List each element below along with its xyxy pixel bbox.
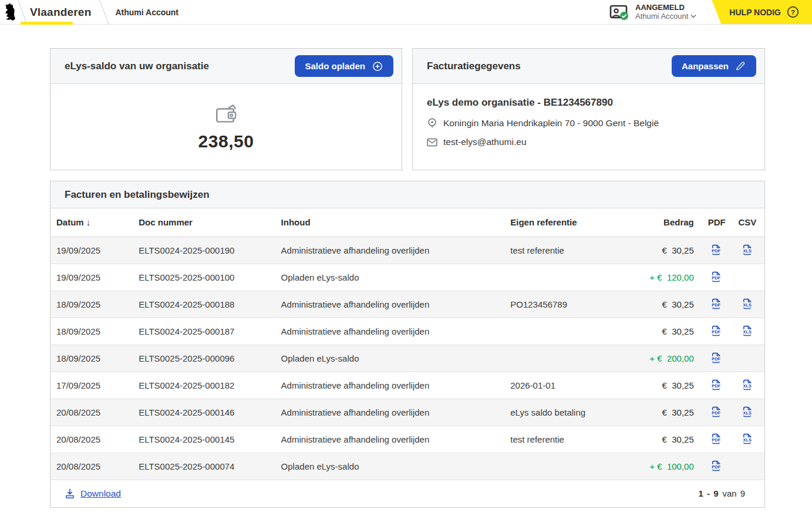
table-row: 20/08/2025 ELTS0025-2025-000074 Opladen … — [50, 453, 764, 480]
cell-reference: 2026-01-01 — [504, 372, 636, 399]
balance-amount: 238,50 — [198, 131, 254, 151]
cell-doc-number: ELTS0024-2025-000145 — [133, 426, 275, 453]
cell-amount: € 30,25 — [636, 291, 702, 318]
user-menu[interactable]: AANGEMELD Athumi Account — [609, 0, 696, 24]
cell-doc-number: ELTS0024-2025-000187 — [133, 318, 275, 345]
global-header: Vlaanderen Athumi Account AANGEMELD Athu… — [0, 0, 812, 25]
cell-amount: + € 100,00 — [636, 453, 702, 480]
pdf-download-icon[interactable]: PDF — [710, 432, 722, 445]
cell-content: Opladen eLys-saldo — [275, 453, 505, 480]
svg-text:PDF: PDF — [712, 302, 721, 307]
login-account-label: Athumi Account — [635, 12, 688, 21]
pdf-download-icon[interactable]: PDF — [710, 297, 722, 310]
pdf-download-icon[interactable]: PDF — [710, 243, 722, 256]
cell-content: Administratieve afhandeling overlijden — [275, 426, 505, 453]
download-label: Download — [80, 488, 121, 499]
svg-text:PDF: PDF — [712, 329, 721, 334]
balance-card: eLys-saldo van uw organisatie Saldo opla… — [50, 48, 402, 170]
cell-content: Administratieve afhandeling overlijden — [275, 237, 505, 264]
pagination-of-label: van — [722, 488, 736, 498]
login-status-label: AANGEMELD — [635, 4, 696, 12]
svg-text:PDF: PDF — [712, 464, 721, 469]
cell-doc-number: ELTS0024-2025-000188 — [133, 291, 275, 318]
pagination-range: 1 - 9 — [698, 488, 719, 498]
invoices-section: Facturen en betalingsbewijzen Datum↓ Doc… — [50, 181, 765, 508]
cell-content: Administratieve afhandeling overlijden — [275, 399, 505, 426]
xls-download-icon[interactable]: XLS — [741, 378, 753, 391]
cell-content: Opladen eLys-saldo — [275, 345, 505, 372]
table-row: 19/09/2025 ELTS0024-2025-000190 Administ… — [50, 237, 764, 264]
table-row: 17/09/2025 ELTS0024-2025-000182 Administ… — [50, 372, 764, 399]
cell-reference — [504, 453, 636, 480]
pdf-download-icon[interactable]: PDF — [710, 459, 722, 472]
cell-reference — [504, 264, 636, 291]
column-header-date[interactable]: Datum↓ — [50, 208, 133, 237]
download-icon — [65, 488, 75, 499]
xls-download-icon[interactable]: XLS — [741, 405, 753, 418]
app-title-link[interactable]: Athumi Account — [115, 8, 178, 17]
cell-reference: eLys saldo betaling — [504, 399, 636, 426]
svg-text:XLS: XLS — [743, 383, 752, 388]
table-row: 18/09/2025 ELTS0025-2025-000096 Opladen … — [50, 345, 764, 372]
logged-in-id-card-icon — [609, 4, 629, 21]
cell-amount: € 30,25 — [636, 426, 702, 453]
billing-card: Facturatiegegevens Aanpassen eLys demo o… — [412, 48, 765, 170]
billing-card-title: Facturatiegegevens — [427, 60, 521, 72]
cell-date: 20/08/2025 — [50, 399, 133, 426]
pagination-total: 9 — [740, 488, 745, 498]
svg-text:XLS: XLS — [743, 437, 752, 442]
svg-text:XLS: XLS — [743, 302, 752, 307]
cell-content: Opladen eLys-saldo — [275, 264, 505, 291]
cell-doc-number: ELTS0024-2025-000190 — [133, 237, 275, 264]
mail-icon — [427, 138, 437, 147]
sort-desc-icon: ↓ — [86, 217, 91, 227]
top-up-balance-button[interactable]: Saldo opladen — [295, 55, 393, 77]
cell-doc-number: ELTS0025-2025-000100 — [133, 264, 275, 291]
cell-amount: € 30,25 — [636, 372, 702, 399]
cell-reference: test referentie — [504, 426, 636, 453]
xls-download-icon[interactable]: XLS — [741, 243, 753, 256]
column-header-content: Inhoud — [275, 208, 505, 237]
cell-amount: € 30,25 — [636, 399, 702, 426]
cell-date: 17/09/2025 — [50, 372, 133, 399]
xls-download-icon[interactable]: XLS — [741, 432, 753, 445]
svg-text:?: ? — [791, 9, 795, 16]
brand-divider — [18, 0, 27, 25]
cell-amount: + € 200,00 — [636, 345, 702, 372]
organisation-name: eLys demo organisatie - BE1234567890 — [427, 97, 750, 109]
xls-download-icon[interactable]: XLS — [741, 324, 753, 337]
table-row: 18/09/2025 ELTS0024-2025-000188 Administ… — [50, 291, 764, 318]
invoices-table: Datum↓ Doc nummer Inhoud Eigen referenti… — [50, 208, 764, 480]
svg-text:PDF: PDF — [712, 248, 721, 253]
table-row: 19/09/2025 ELTS0025-2025-000100 Opladen … — [50, 264, 764, 291]
column-header-pdf: PDF — [702, 208, 730, 237]
column-header-csv: CSV — [730, 208, 764, 237]
cell-amount: € 30,25 — [636, 318, 702, 345]
cell-date: 18/09/2025 — [50, 291, 133, 318]
pdf-download-icon[interactable]: PDF — [710, 324, 722, 337]
pdf-download-icon[interactable]: PDF — [710, 351, 722, 364]
column-header-amount: Bedrag — [636, 208, 702, 237]
svg-text:XLS: XLS — [743, 248, 752, 253]
edit-billing-button[interactable]: Aanpassen — [672, 55, 756, 77]
pagination: 1 - 9van9 — [698, 488, 745, 498]
cell-reference: PO123456789 — [504, 291, 636, 318]
brand-underline — [21, 22, 73, 25]
header-actions: AANGEMELD Athumi Account HULP NODIG ? — [609, 0, 812, 24]
pdf-download-icon[interactable]: PDF — [710, 378, 722, 391]
pdf-download-icon[interactable]: PDF — [710, 270, 722, 283]
help-button[interactable]: HULP NODIG ? — [712, 0, 812, 24]
edit-billing-label: Aanpassen — [682, 61, 729, 71]
xls-download-icon[interactable]: XLS — [741, 297, 753, 310]
download-button[interactable]: Download — [65, 488, 121, 499]
wallet-icon — [213, 103, 239, 126]
pdf-download-icon[interactable]: PDF — [710, 405, 722, 418]
cell-doc-number: ELTS0024-2025-000146 — [133, 399, 275, 426]
billing-address: Koningin Maria Hendrikaplein 70 - 9000 G… — [443, 118, 659, 129]
verified-check-badge — [620, 12, 628, 20]
chevron-down-icon — [690, 14, 696, 18]
cell-amount: + € 120,00 — [636, 264, 702, 291]
cell-reference — [504, 318, 636, 345]
column-header-doc-number: Doc nummer — [133, 208, 275, 237]
brand-home-link[interactable]: Vlaanderen — [30, 6, 91, 19]
